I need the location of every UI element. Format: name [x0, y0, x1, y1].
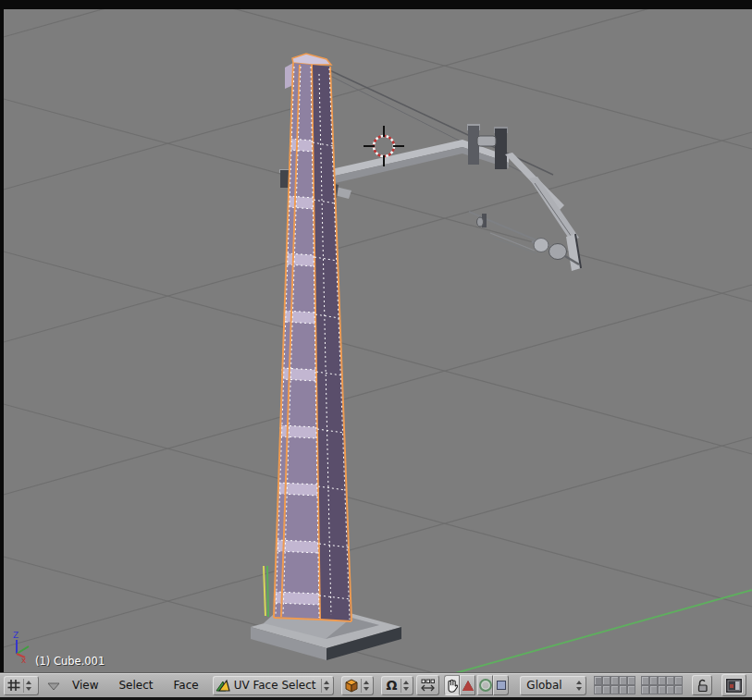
layer-button[interactable]: [674, 685, 683, 694]
layer-button[interactable]: [666, 685, 674, 694]
layer-buttons: [594, 676, 683, 694]
orientation-arrows: [574, 679, 584, 693]
layer-button[interactable]: [658, 676, 666, 685]
layer-button[interactable]: [658, 685, 666, 694]
layer-button[interactable]: [641, 676, 649, 685]
axis-z-label: Z: [13, 631, 18, 640]
scale-widget-button[interactable]: [493, 675, 509, 695]
window-top-edge: [0, 0, 752, 9]
hand-icon: [446, 679, 458, 693]
layer-button[interactable]: [594, 676, 602, 685]
translate-red-triangle-icon: [462, 681, 474, 691]
axis-x-label: x: [21, 656, 27, 665]
mode-dropdown-value: UV Face Select: [230, 679, 320, 692]
viewport-grid-icon: [6, 678, 21, 693]
layer-button[interactable]: [602, 685, 610, 694]
layer-group-1: [594, 676, 635, 694]
layer-button[interactable]: [649, 685, 658, 694]
layer-group-2: [641, 676, 683, 694]
render-button[interactable]: [721, 674, 746, 696]
manipulator-widget-group: [444, 675, 509, 695]
menu-select[interactable]: Select: [116, 677, 155, 694]
window-left-edge: [0, 0, 4, 672]
orientation-value: Global: [523, 679, 573, 692]
layer-button[interactable]: [627, 676, 635, 685]
layer-button[interactable]: [619, 685, 627, 694]
layer-button[interactable]: [649, 676, 658, 685]
object-info: (1) Cube.001: [35, 655, 105, 668]
layer-button[interactable]: [602, 676, 610, 685]
rotate-green-circle-icon: [479, 679, 492, 692]
layer-button[interactable]: [641, 685, 649, 694]
layer-button[interactable]: [610, 676, 619, 685]
layer-button[interactable]: [610, 685, 619, 694]
editor-type-arrows: [23, 679, 33, 693]
viewport-background: [0, 0, 752, 672]
triangle-down-icon: [47, 682, 60, 691]
pivot-dropdown[interactable]: Ω: [381, 676, 413, 695]
uv-face-select-icon: [216, 679, 230, 693]
move-centers-button[interactable]: [416, 675, 439, 695]
solid-cube-icon: [344, 678, 359, 693]
draw-type-arrows: [361, 679, 371, 693]
mode-dropdown-arrows: [321, 679, 331, 693]
scale-blue-square-icon: [497, 681, 506, 690]
3d-viewport[interactable]: Z x (1) Cube.001 (1) Cube.001: [0, 0, 752, 672]
translate-widget-button[interactable]: [460, 675, 475, 695]
move-centers-icon: [420, 678, 436, 693]
layer-button[interactable]: [666, 676, 674, 685]
editor-type-button[interactable]: [4, 676, 39, 695]
lock-button[interactable]: [692, 675, 712, 695]
header-collapse-button[interactable]: [47, 677, 60, 694]
image-icon: [725, 678, 743, 694]
layer-button[interactable]: [674, 676, 683, 685]
pivot-omega-icon: Ω: [384, 679, 399, 692]
padlock-open-icon: [696, 678, 709, 693]
layer-button[interactable]: [627, 685, 635, 694]
rotate-widget-button[interactable]: [477, 675, 493, 695]
draw-type-dropdown[interactable]: [341, 676, 374, 695]
pivot-arrows: [401, 679, 411, 693]
layer-button[interactable]: [619, 676, 627, 685]
viewport-header: View Select Face UV Face Select Ω: [0, 672, 752, 700]
layer-button[interactable]: [594, 685, 602, 694]
orientation-dropdown[interactable]: Global: [520, 676, 586, 695]
menu-face[interactable]: Face: [171, 677, 202, 694]
menu-view[interactable]: View: [69, 677, 101, 694]
mode-dropdown[interactable]: UV Face Select: [213, 676, 335, 695]
hand-widget-button[interactable]: [444, 675, 460, 695]
